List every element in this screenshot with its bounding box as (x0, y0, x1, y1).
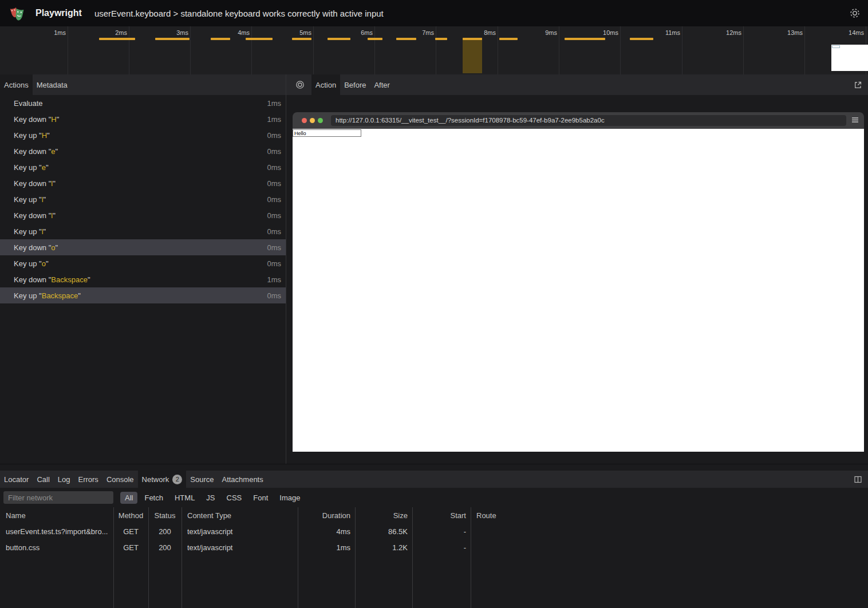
network-row[interactable]: userEvent.test.ts?import&bro...GET200tex… (0, 523, 868, 539)
tab-label: Action (315, 81, 336, 89)
pick-locator-target-icon[interactable] (286, 74, 311, 95)
network-column-separator (113, 507, 114, 608)
action-quote: " (57, 115, 60, 124)
action-list-item[interactable]: Key up "o"0ms (0, 255, 286, 271)
timeline-action-bar (155, 38, 190, 40)
tab-locator[interactable]: Locator (0, 471, 33, 488)
timeline-film-thumbnail (831, 45, 868, 71)
tab-source[interactable]: Source (186, 471, 218, 488)
network-header-cell: Duration (298, 511, 355, 520)
browser-menu-icon (851, 116, 859, 127)
action-duration: 0ms (267, 163, 281, 172)
action-list: Evaluate1msKey down "H"1msKey up "H"0msK… (0, 95, 286, 303)
timeline-gridline (620, 26, 621, 74)
action-label: Key up (14, 291, 39, 300)
timeline-action-bar (630, 38, 653, 40)
network-cell: 4ms (298, 527, 355, 536)
action-label: Key down (14, 147, 49, 156)
action-list-item[interactable]: Key up "H"0ms (0, 127, 286, 143)
tab-after[interactable]: After (370, 74, 393, 95)
network-cell: userEvent.test.ts?import&bro... (0, 527, 113, 536)
network-row[interactable]: button.cssGET200text/javascript1ms1.2K- (0, 539, 868, 555)
tab-log[interactable]: Log (54, 471, 74, 488)
filter-chip-html[interactable]: HTML (170, 492, 199, 504)
network-table: NameMethodStatusContent TypeDurationSize… (0, 507, 868, 608)
filter-chip-font[interactable]: Font (248, 492, 273, 504)
network-cell: 200 (148, 527, 182, 536)
tab-attachments[interactable]: Attachments (218, 471, 267, 488)
timeline[interactable]: 1ms2ms3ms4ms5ms6ms7ms8ms9ms10ms11ms12ms1… (0, 26, 868, 76)
action-quote: " (44, 195, 46, 204)
timeline-action-bar (565, 38, 605, 40)
action-list-item[interactable]: Key up "Backspace"0ms (0, 287, 286, 303)
traffic-light-zoom-icon (318, 118, 323, 123)
actions-panel-tabs: ActionsMetadata (0, 74, 286, 95)
action-list-item[interactable]: Key down "l"0ms (0, 175, 286, 191)
action-key-value: e (51, 147, 55, 156)
settings-gear-icon[interactable] (849, 7, 861, 19)
network-cell: GET (113, 527, 148, 536)
action-list-item[interactable]: Key up "l"0ms (0, 223, 286, 239)
tab-console[interactable]: Console (102, 471, 138, 488)
action-list-item[interactable]: Key down "l"0ms (0, 207, 286, 223)
traffic-light-close-icon (302, 118, 307, 123)
open-snapshot-external-icon[interactable] (850, 74, 866, 95)
timeline-tick-label: 12ms (707, 29, 741, 36)
tab-label: Network (142, 475, 169, 484)
action-label: Evaluate (14, 99, 43, 108)
timeline-gridline (190, 26, 191, 74)
timeline-gridline (559, 26, 559, 74)
filter-chip-js[interactable]: JS (202, 492, 219, 504)
filter-chip-css[interactable]: CSS (222, 492, 247, 504)
filter-chip-image[interactable]: Image (275, 492, 305, 504)
network-filter-input[interactable] (3, 491, 113, 504)
action-list-item[interactable]: Key up "l"0ms (0, 191, 286, 207)
tab-before[interactable]: Before (340, 74, 370, 95)
tab-label: Source (190, 475, 214, 484)
trace-viewer-window: Playwright userEvent.keyboard > standalo… (0, 0, 868, 608)
action-list-item[interactable]: Key up "e"0ms (0, 159, 286, 175)
snapshot-toolbar: ActionBeforeAfter (286, 74, 868, 95)
trace-title: userEvent.keyboard > standalone keyboard… (94, 9, 384, 18)
timeline-tick-label: 7ms (400, 29, 434, 36)
tab-label: Metadata (37, 81, 68, 89)
network-column-separator (412, 507, 413, 608)
tab-metadata[interactable]: Metadata (33, 74, 72, 95)
timeline-action-bar (368, 38, 382, 40)
action-quote: " (46, 259, 49, 268)
action-duration: 1ms (267, 275, 281, 284)
action-label: Key up (14, 163, 39, 172)
snapshot-panel: ActionBeforeAfter http://127.0.0.1:63315… (286, 74, 868, 464)
timeline-tick-label: 9ms (523, 29, 557, 36)
snapshot-page (293, 129, 864, 452)
timeline-tick-label: 8ms (461, 29, 496, 36)
filter-chip-all[interactable]: All (120, 492, 137, 504)
tab-label: Log (58, 475, 70, 484)
network-cell: 86.5K (355, 527, 412, 536)
action-duration: 0ms (267, 291, 281, 300)
tab-label: Errors (78, 475, 98, 484)
network-cell: - (412, 543, 471, 552)
network-cell: 1ms (298, 543, 355, 552)
action-list-item[interactable]: Evaluate1ms (0, 95, 286, 111)
tab-errors[interactable]: Errors (74, 471, 102, 488)
action-list-item[interactable]: Key down "Backspace"1ms (0, 271, 286, 287)
action-list-item[interactable]: Key down "e"0ms (0, 143, 286, 159)
tab-call[interactable]: Call (33, 471, 53, 488)
action-list-item[interactable]: Key down "H"1ms (0, 111, 286, 127)
timeline-tick-label: 5ms (277, 29, 311, 36)
network-header-cell: Status (148, 511, 182, 520)
tab-actions[interactable]: Actions (0, 74, 33, 95)
timeline-film-thumbnail-input (832, 45, 840, 48)
tab-network[interactable]: Network2 (138, 471, 187, 488)
action-quote: " (44, 227, 46, 236)
filter-chip-fetch[interactable]: Fetch (140, 492, 168, 504)
timeline-gridline (436, 26, 436, 74)
action-duration: 0ms (267, 131, 281, 140)
timeline-action-bar (463, 38, 482, 40)
panel-divider[interactable] (0, 464, 868, 464)
action-list-item[interactable]: Key down "o"0ms (0, 239, 286, 255)
layout-columns-icon[interactable] (850, 471, 866, 488)
tab-action[interactable]: Action (311, 74, 340, 95)
network-cell: GET (113, 543, 148, 552)
